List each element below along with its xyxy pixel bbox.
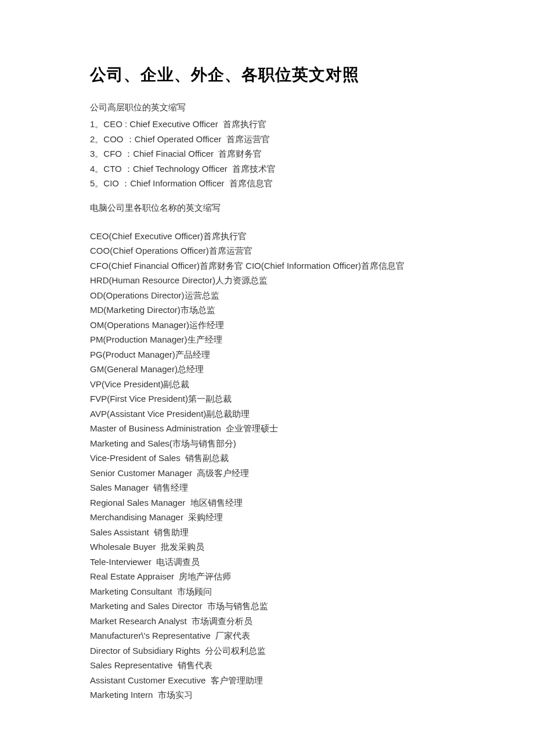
section1-list: 1。CEO : Chief Executive Officer 首席执行官 2。… (90, 117, 444, 191)
list-item: CEO(Chief Executive Officer)首席执行官 (90, 229, 444, 244)
list-item: Sales Assistant 销售助理 (90, 525, 444, 540)
list-item: Senior Customer Manager 高级客户经理 (90, 466, 444, 481)
list-item: Merchandising Manager 采购经理 (90, 510, 444, 525)
list-item: 3。CFO ：Chief Finacial Officer 首席财务官 (90, 146, 444, 161)
list-item: Tele-Interviewer 电话调查员 (90, 555, 444, 570)
list-item: Real Estate Appraiser 房地产评估师 (90, 569, 444, 584)
list-item: OM(Operations Manager)运作经理 (90, 318, 444, 333)
list-item: VP(Vice President)副总裁 (90, 377, 444, 392)
list-item: Sales Manager 销售经理 (90, 480, 444, 495)
list-item: Assistant Customer Executive 客户管理助理 (90, 673, 444, 688)
section2-heading: 电脑公司里各职位名称的英文缩写 (90, 203, 444, 214)
section2-list: CEO(Chief Executive Officer)首席执行官 COO(Ch… (90, 229, 444, 703)
list-item: 2。COO ：Chief Operated Officer 首席运营官 (90, 132, 444, 147)
list-item: Marketing Consultant 市场顾问 (90, 584, 444, 599)
list-item: Master of Business Administration 企业管理硕士 (90, 421, 444, 436)
list-item: MD(Marketing Director)市场总监 (90, 303, 444, 318)
list-item: Sales Representative 销售代表 (90, 658, 444, 673)
list-item: GM(General Manager)总经理 (90, 362, 444, 377)
list-item: Manufacturer\'s Representative 厂家代表 (90, 628, 444, 643)
list-item: Marketing and Sales(市场与销售部分) (90, 436, 444, 451)
list-item: FVP(First Vice President)第一副总裁 (90, 391, 444, 406)
document-title: 公司、企业、外企、各职位英文对照 (90, 64, 444, 86)
list-item: HRD(Human Resource Director)人力资源总监 (90, 273, 444, 288)
list-item: PG(Product Manager)产品经理 (90, 347, 444, 362)
list-item: PM(Production Manager)生产经理 (90, 332, 444, 347)
list-item: COO(Chief Operations Officer)首席运营官 (90, 243, 444, 258)
list-item: 4。CTO ：Chief Technology Officer 首席技术官 (90, 161, 444, 177)
list-item: Marketing Intern 市场实习 (90, 687, 444, 703)
list-item: Vice-President of Sales 销售副总裁 (90, 451, 444, 466)
list-item: AVP(Assistant Vice President)副总裁助理 (90, 406, 444, 422)
list-item: 1。CEO : Chief Executive Officer 首席执行官 (90, 117, 444, 132)
list-item: Director of Subsidiary Rights 分公司权利总监 (90, 643, 444, 658)
list-item: CFO(Chief Financial Officer)首席财务官 CIO(Ch… (90, 258, 444, 273)
section1-heading: 公司高层职位的英文缩写 (90, 102, 444, 113)
list-item: OD(Operations Director)运营总监 (90, 288, 444, 303)
list-item: Wholesale Buyer 批发采购员 (90, 539, 444, 555)
list-item: Regional Sales Manager 地区销售经理 (90, 495, 444, 510)
list-item: Marketing and Sales Director 市场与销售总监 (90, 599, 444, 614)
list-item: Market Research Analyst 市场调查分析员 (90, 614, 444, 629)
list-item: 5。CIO ：Chief Information Officer 首席信息官 (90, 176, 444, 191)
